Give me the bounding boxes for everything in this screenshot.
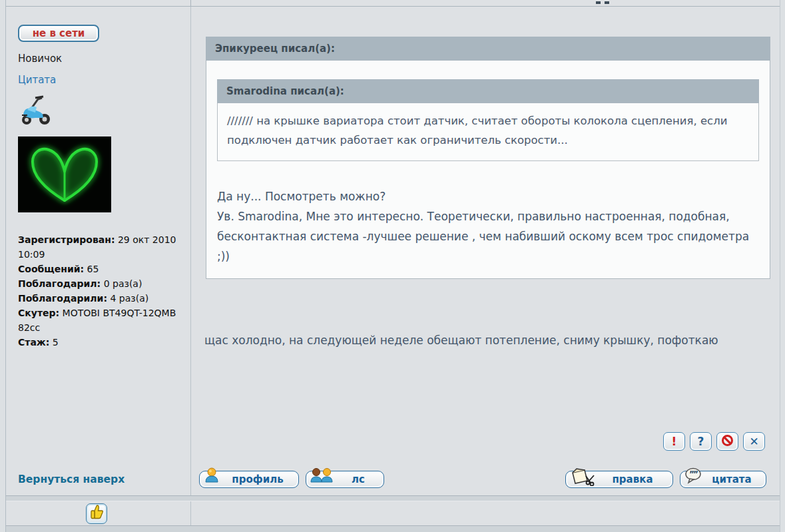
person-icon bbox=[204, 467, 220, 486]
thank-button[interactable] bbox=[86, 503, 107, 524]
two-persons-icon bbox=[310, 467, 334, 486]
cropped-top-row bbox=[6, 0, 780, 7]
quote-bubble-icon: ” ” bbox=[684, 467, 703, 487]
profile-button[interactable]: профиль bbox=[199, 471, 299, 488]
edit-button[interactable]: правка bbox=[565, 471, 673, 488]
no-entry-icon bbox=[721, 434, 734, 449]
row-separator bbox=[6, 496, 780, 501]
post-footer-bar: Вернуться наверх профиль bbox=[6, 463, 780, 496]
stat-messages: Сообщений: 65 bbox=[18, 262, 183, 276]
report-button[interactable]: ! bbox=[663, 432, 685, 451]
quote-button[interactable]: ” ” цитата bbox=[680, 471, 766, 488]
stat-registered: Зарегистрирован: 29 окт 2010 10:09 bbox=[18, 232, 183, 262]
outer-quote-body: Smarodina писал(а): /////// на крышке ва… bbox=[206, 61, 770, 279]
reply-line-1: Да ну... Посмотреть можно? bbox=[217, 186, 759, 206]
avatar bbox=[18, 136, 111, 212]
user-stats: Зарегистрирован: 29 окт 2010 10:09 Сообщ… bbox=[18, 232, 183, 350]
forum-post-table: не в сети Новичок Цитата bbox=[5, 0, 780, 532]
post-content: Эпикуреец писал(а): Smarodina писал(а): … bbox=[191, 7, 780, 463]
profile-button-label: профиль bbox=[232, 473, 283, 485]
pm-button-label: лс bbox=[352, 473, 365, 485]
cropped-bottom-row bbox=[6, 526, 780, 532]
close-button[interactable]: ✕ bbox=[743, 432, 765, 451]
outer-quote-block: Эпикуреец писал(а): Smarodina писал(а): … bbox=[206, 37, 770, 279]
cropped-top-left-cell bbox=[6, 0, 191, 6]
outer-quote-header: Эпикуреец писал(а): bbox=[206, 37, 770, 61]
stat-thanked-received: Поблагодарили: 4 раз(а) bbox=[18, 291, 183, 306]
back-to-top-link[interactable]: Вернуться наверх bbox=[18, 473, 125, 485]
footer-buttons-cell: профиль лс bbox=[191, 463, 780, 495]
thumbs-up-icon bbox=[90, 505, 103, 522]
stat-experience: Стаж: 5 bbox=[18, 335, 183, 350]
private-message-button[interactable]: лс bbox=[306, 471, 384, 488]
outer-quote-reply: Да ну... Посмотреть можно? Ув. Smarodina… bbox=[217, 186, 759, 266]
post-row: не в сети Новичок Цитата bbox=[6, 7, 780, 463]
quote-link[interactable]: Цитата bbox=[18, 74, 56, 86]
edit-paper-scissors-icon bbox=[570, 467, 597, 489]
back-to-top-cell: Вернуться наверх bbox=[6, 463, 191, 495]
post-body-text: щас холодно, на следующей неделе обещают… bbox=[204, 330, 766, 351]
thanks-cell bbox=[6, 501, 191, 525]
edit-button-label: правка bbox=[612, 473, 653, 485]
inner-quote-block: Smarodina писал(а): /////// на крышке ва… bbox=[217, 79, 759, 161]
thanks-row-right-cell bbox=[191, 501, 780, 525]
svg-text:”: ” bbox=[693, 469, 698, 479]
author-sidebar: не в сети Новичок Цитата bbox=[6, 7, 191, 463]
help-button[interactable]: ? bbox=[690, 432, 712, 451]
scooter-icon bbox=[18, 91, 184, 129]
thanks-row bbox=[6, 501, 780, 526]
online-status-badge[interactable]: не в сети bbox=[18, 25, 99, 42]
post-action-buttons: ! ? ✕ bbox=[663, 432, 765, 451]
reply-line-2: Ув. Smarodina, Мне это интересно. Теорет… bbox=[217, 206, 759, 266]
cropped-text-remnant bbox=[596, 1, 601, 4]
inner-quote-text: /////// на крышке вариатора стоит датчик… bbox=[217, 103, 759, 161]
cropped-text-remnant bbox=[605, 1, 609, 4]
user-rank: Новичок bbox=[18, 53, 184, 65]
stat-scooter: Скутер: MOTOBI BT49QT-12QMB 82cc bbox=[18, 306, 183, 335]
inner-quote-header: Smarodina писал(а): bbox=[217, 79, 759, 103]
stat-thanked-given: Поблагодарил: 0 раз(а) bbox=[18, 276, 183, 291]
quote-button-label: цитата bbox=[712, 473, 751, 485]
no-entry-button[interactable] bbox=[716, 432, 738, 451]
